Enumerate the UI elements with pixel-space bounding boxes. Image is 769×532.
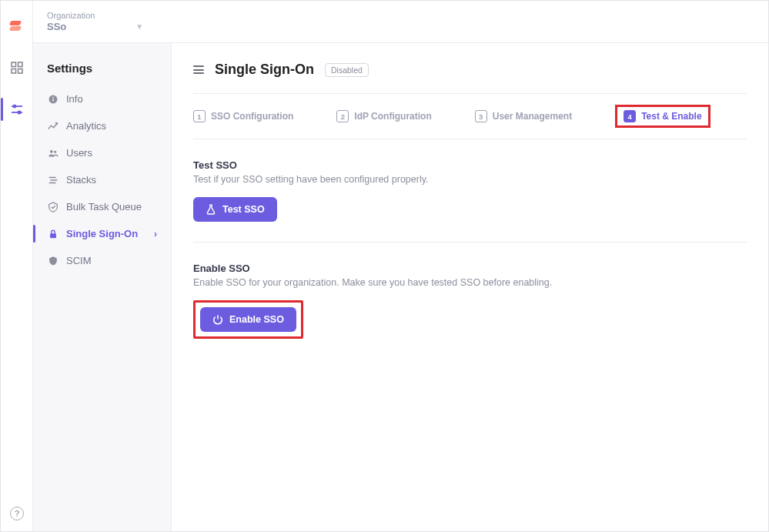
sidebar-item-label: Single Sign-On [66,228,138,239]
chevron-right-icon: › [154,229,157,239]
tab-label: SSO Configuration [211,111,293,122]
sidebar-item-users[interactable]: Users [33,139,171,166]
sidebar-item-info[interactable]: Info [33,85,171,112]
sidebar-item-label: SCIM [66,255,92,266]
sidebar-item-sso[interactable]: Single Sign-On › [33,220,171,247]
tab-label: Test & Enable [641,111,701,122]
org-picker[interactable]: Organization SSo ▼ [47,11,143,32]
dashboard-icon[interactable] [10,61,24,75]
svg-point-7 [18,111,20,113]
section-title: Test SSO [193,159,747,171]
sidebar-item-label: Analytics [66,120,106,132]
help-icon[interactable]: ? [10,507,24,520]
svg-rect-1 [18,62,22,67]
svg-point-5 [13,105,15,107]
chevron-down-icon: ▼ [135,22,143,31]
settings-sidebar: Settings Info Analytics Users [33,43,172,531]
queue-icon [47,201,59,212]
sidebar-item-stacks[interactable]: Stacks [33,166,171,193]
shield-icon [47,255,59,266]
sidebar-item-label: Stacks [66,174,96,186]
svg-rect-3 [18,69,22,74]
topbar: Organization SSo ▼ [33,1,768,43]
flask-icon [206,204,216,215]
page-title: Single Sign-On [215,62,314,78]
sidebar-item-label: Users [66,147,92,159]
users-icon [47,147,59,159]
tab-label: IdP Configuration [354,111,431,122]
button-label: Enable SSO [229,314,284,325]
tab-sso-configuration[interactable]: 1 SSO Configuration [193,105,293,128]
status-badge: Disabled [325,63,369,77]
info-icon [47,93,59,105]
sidebar-item-label: Info [66,93,83,105]
section-test-sso: Test SSO Test if your SSO setting have b… [193,159,747,242]
power-icon [212,314,223,325]
svg-point-10 [52,96,54,98]
svg-rect-2 [12,69,16,74]
sidebar-item-analytics[interactable]: Analytics [33,112,171,139]
tab-user-management[interactable]: 3 User Management [475,105,572,128]
svg-rect-16 [50,233,56,238]
section-description: Enable SSO for your organization. Make s… [193,277,747,288]
section-enable-sso: Enable SSO Enable SSO for your organizat… [193,242,747,359]
section-title: Enable SSO [193,263,747,274]
tab-number: 1 [193,110,206,122]
org-label: Organization [47,11,143,20]
org-name: SSo [47,21,66,32]
tab-bar: 1 SSO Configuration 2 IdP Configuration … [193,93,747,139]
sidebar-title: Settings [33,62,171,85]
button-label: Test SSO [222,204,265,215]
tab-idp-configuration[interactable]: 2 IdP Configuration [336,105,431,128]
tab-test-enable[interactable]: 4 Test & Enable [624,110,701,122]
content: Single Sign-On Disabled 1 SSO Configurat… [172,43,768,531]
tab-number: 2 [336,110,349,122]
enable-sso-button[interactable]: Enable SSO [200,307,296,332]
sidebar-item-scim[interactable]: SCIM [33,247,171,274]
app-frame: ? Organization SSo ▼ Settings Info [0,0,769,532]
test-sso-button[interactable]: Test SSO [193,197,277,222]
tab-number: 3 [475,110,487,122]
highlight-box: Enable SSO [193,300,303,339]
nav-rail: ? [1,1,33,531]
svg-point-12 [54,150,56,152]
lock-icon [47,228,59,239]
tab-number: 4 [624,110,636,122]
svg-rect-0 [12,62,16,67]
tab-label: User Management [493,111,572,122]
analytics-icon [47,120,59,132]
columns: Settings Info Analytics Users [33,43,768,531]
highlight-box: 4 Test & Enable [615,105,710,128]
stacks-icon [47,174,59,186]
settings-rail-icon[interactable] [10,102,24,116]
sidebar-item-bulk-task-queue[interactable]: Bulk Task Queue [33,193,171,220]
svg-rect-9 [52,99,53,102]
svg-point-11 [49,149,52,152]
logo-icon [10,19,24,33]
page-header: Single Sign-On Disabled [193,62,747,78]
sidebar-item-label: Bulk Task Queue [66,201,142,212]
menu-toggle-icon[interactable] [193,65,204,74]
section-description: Test if your SSO setting have been confi… [193,174,747,185]
